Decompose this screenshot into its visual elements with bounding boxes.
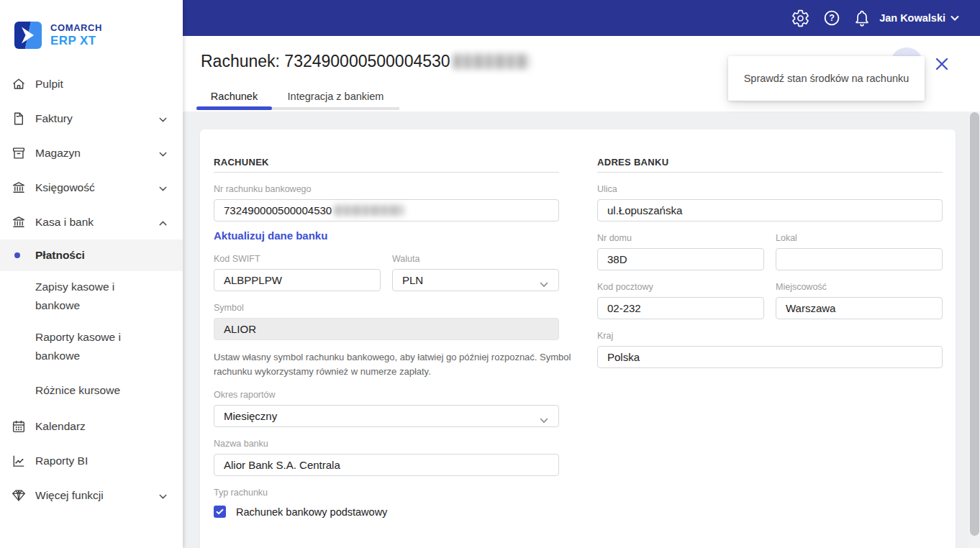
sidebar-subitem-raporty-kasowe[interactable]: Raporty kasowe i bankowe [0, 321, 183, 372]
sidebar-nav: Pulpit Faktury Magazyn Księgowość [0, 67, 183, 513]
sidebar-item-magazyn[interactable]: Magazyn [0, 136, 183, 170]
help-icon[interactable]: ? [823, 9, 840, 27]
account-type-checkbox-row: Rachunek bankowy podstawowy [214, 506, 559, 518]
account-number-input[interactable]: 732490000500004530 [214, 199, 559, 222]
chart-line-icon [10, 453, 27, 469]
chevron-down-icon [158, 149, 168, 162]
chevron-down-icon [540, 414, 548, 426]
sidebar-item-ksiegowosc[interactable]: Księgowość [0, 170, 183, 205]
account-type-checkbox-label: Rachunek bankowy podstawowy [236, 506, 387, 518]
active-tab-indicator [196, 106, 272, 110]
sidebar-item-kasa-i-bank[interactable]: Kasa i bank [0, 205, 183, 239]
section-rachunek: RACHUNEK Nr rachunku bankowego 732490000… [214, 157, 559, 548]
sidebar: COMARCH ERP XT Pulpit Faktury Magazyn [0, 0, 183, 548]
sidebar-item-pulpit[interactable]: Pulpit [0, 67, 183, 101]
report-period-label: Okres raportów [214, 390, 559, 400]
chevron-down-icon [158, 114, 168, 127]
swift-input[interactable]: ALBPPLPW [214, 269, 381, 291]
brand-logo[interactable]: COMARCH ERP XT [0, 0, 183, 49]
bank-name-input[interactable]: Alior Bank S.A. Centrala [214, 454, 559, 476]
user-menu-chevron-down-icon[interactable] [950, 13, 960, 23]
calendar-icon [10, 419, 27, 434]
redacted-account-suffix [453, 54, 530, 69]
unit-input[interactable] [776, 248, 943, 270]
scrollbar-thumb[interactable] [970, 112, 979, 536]
postal-code-input[interactable]: 02-232 [597, 297, 764, 319]
sidebar-subitem-platnosci[interactable]: Płatności [0, 239, 183, 271]
update-bank-data-link[interactable]: Aktualizuj dane banku [214, 229, 327, 242]
city-input[interactable]: Warszawa [776, 297, 943, 319]
swift-label: Kod SWIFT [214, 254, 381, 264]
symbol-label: Symbol [214, 303, 559, 313]
home-icon [10, 76, 27, 92]
content-area: RACHUNEK Nr rachunku bankowego 732490000… [183, 111, 980, 548]
house-no-input[interactable]: 38D [597, 248, 764, 270]
close-icon[interactable] [934, 56, 950, 72]
svg-text:?: ? [829, 13, 835, 23]
symbol-input: ALIOR [214, 318, 559, 340]
section-adres-banku: ADRES BANKU Ulica ul.Łopuszańska Nr domu… [597, 157, 943, 548]
brand-line2: ERP XT [50, 34, 102, 48]
account-type-label: Typ rachunku [214, 488, 559, 498]
unit-label: Lokal [776, 233, 943, 243]
sidebar-item-faktury[interactable]: Faktury [0, 101, 183, 136]
settings-gear-icon[interactable] [791, 9, 810, 28]
postal-code-label: Kod pocztowy [597, 282, 764, 292]
bank-building-icon [10, 180, 27, 196]
notifications-bell-icon[interactable] [853, 9, 871, 27]
chevron-down-icon [158, 491, 168, 504]
currency-select[interactable]: PLN [392, 269, 559, 291]
chevron-down-icon [158, 183, 168, 196]
section-title-rachunek: RACHUNEK [214, 157, 559, 173]
sidebar-subitem-roznice-kursowe[interactable]: Różnice kursowe [0, 372, 183, 409]
user-name[interactable]: Jan Kowalski [879, 12, 945, 24]
sidebar-item-kalendarz[interactable]: Kalendarz [0, 409, 183, 444]
street-input[interactable]: ul.Łopuszańska [597, 199, 943, 222]
brand-line1: COMARCH [50, 22, 102, 33]
gem-icon [10, 488, 27, 503]
account-number-label: Nr rachunku bankowego [214, 184, 559, 194]
section-title-adres-banku: ADRES BANKU [597, 157, 943, 173]
symbol-hint-text: Ustaw własny symbol rachunku bankowego, … [214, 350, 575, 378]
bank-building-icon [10, 214, 27, 230]
chevron-down-icon [540, 278, 548, 290]
comarch-logo-icon [14, 22, 42, 49]
checkbox-checked-icon[interactable] [214, 506, 226, 518]
currency-label: Waluta [392, 254, 559, 264]
sidebar-item-raporty-bi[interactable]: Raporty BI [0, 444, 183, 478]
tab-rachunek[interactable]: Rachunek [196, 91, 272, 102]
invoice-icon [10, 111, 27, 127]
report-period-select[interactable]: Miesięczny [214, 405, 559, 427]
form-card: RACHUNEK Nr rachunku bankowego 732490000… [200, 129, 956, 548]
country-input[interactable]: Polska [597, 346, 943, 368]
city-label: Miejscowość [776, 282, 943, 292]
house-no-label: Nr domu [597, 233, 764, 243]
warehouse-box-icon [10, 145, 27, 161]
street-label: Ulica [597, 184, 943, 194]
sidebar-item-wiecej-funkcji[interactable]: Więcej funkcji [0, 478, 183, 513]
sidebar-subitem-zapisy-kasowe[interactable]: Zapisy kasowe i bankowe [0, 271, 183, 321]
balance-tooltip: Sprawdź stan środków na rachunku [728, 56, 925, 101]
country-label: Kraj [597, 331, 943, 341]
chevron-up-icon [158, 218, 168, 231]
page-title: Rachunek: 732490000500004530 [201, 52, 530, 71]
active-dot-icon [14, 252, 20, 258]
bank-name-label: Nazwa banku [214, 439, 559, 449]
redacted-account-suffix-input [335, 205, 404, 216]
topbar: ? Jan Kowalski [183, 0, 980, 36]
tabs: Rachunek Integracja z bankiem [196, 91, 399, 102]
vertical-scrollbar[interactable] [968, 111, 980, 548]
tab-integracja-z-bankiem[interactable]: Integracja z bankiem [272, 91, 399, 102]
